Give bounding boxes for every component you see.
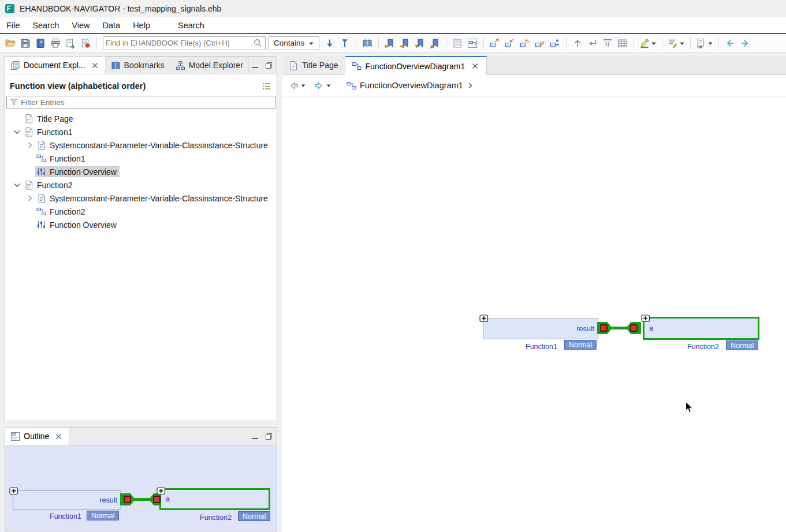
diagram-canvas[interactable]: result a Function1 Normal Function2 Norm…: [282, 96, 786, 532]
chevron-down-icon[interactable]: [651, 41, 657, 46]
chevron-expanded-icon[interactable]: [11, 180, 23, 190]
funnel-button[interactable]: [601, 36, 614, 50]
minimize-icon[interactable]: [249, 59, 260, 71]
tree-item-body[interactable]: Function2: [35, 206, 88, 217]
close-icon[interactable]: [54, 432, 64, 441]
signal-edit-button[interactable]: [533, 36, 547, 50]
tree-item-systemconstant-parameter-variable-classinstance-structure[interactable]: Systemconstant-Parameter-Variable-Classi…: [5, 138, 277, 152]
tree-item-body[interactable]: Systemconstant-Parameter-Variable-Classi…: [35, 140, 271, 151]
expand-plus-icon[interactable]: [479, 314, 489, 323]
tree-item-function2[interactable]: Function2: [5, 178, 277, 192]
port-result[interactable]: [124, 496, 131, 503]
expand-plus-icon[interactable]: [157, 487, 166, 495]
menu-search[interactable]: Search: [172, 17, 211, 33]
tree-item-body[interactable]: Systemconstant-Parameter-Variable-Classi…: [35, 193, 271, 204]
signal-user-button[interactable]: [548, 36, 562, 50]
open-folder-button[interactable]: [3, 36, 17, 50]
maximize-icon[interactable]: [263, 430, 274, 442]
tree-item-title-page[interactable]: Title Page: [5, 112, 277, 125]
function-block-function1[interactable]: result: [483, 319, 598, 339]
step-return-button[interactable]: [586, 36, 599, 50]
tree-item-function-overview[interactable]: Function Overview: [5, 165, 277, 178]
bookmark-last-button[interactable]: [413, 36, 427, 50]
list-page-button[interactable]: [450, 36, 464, 50]
tab-document-explorer[interactable]: Document Expl...: [5, 57, 106, 74]
bookmark-first-button[interactable]: [428, 36, 442, 50]
tree-item-body[interactable]: Function Overview: [35, 166, 120, 177]
close-icon[interactable]: [90, 61, 100, 70]
port-result[interactable]: [600, 324, 608, 332]
tree-item-function2[interactable]: Function2: [5, 205, 277, 218]
page-nav-button[interactable]: [695, 36, 714, 50]
port-a[interactable]: [630, 324, 638, 332]
breadcrumb-chevron-icon[interactable]: [467, 81, 474, 89]
block-title[interactable]: Function2: [687, 343, 719, 351]
chevron-down-icon[interactable]: [707, 41, 713, 46]
tree-item-body[interactable]: Function Overview: [35, 219, 120, 230]
forward-history-dropdown-icon[interactable]: [326, 83, 331, 88]
save-button[interactable]: [18, 36, 32, 50]
menu-view[interactable]: View: [65, 17, 96, 33]
signal-out-button[interactable]: [488, 36, 502, 50]
back-history-dropdown-icon[interactable]: [300, 83, 306, 88]
expand-plus-icon[interactable]: [641, 314, 650, 323]
nav-back-button[interactable]: [723, 36, 737, 50]
block-title[interactable]: Function1: [50, 512, 81, 520]
close-icon[interactable]: [470, 61, 480, 71]
data-table-button[interactable]: [616, 36, 629, 50]
menu-file[interactable]: File: [0, 17, 26, 33]
block-title[interactable]: Function1: [526, 343, 557, 351]
outline-viewport[interactable]: result a Function1 Normal Function2 Norm…: [5, 445, 277, 531]
chevron-collapsed-icon[interactable]: [24, 140, 35, 151]
framed-diagram-button[interactable]: [465, 36, 479, 50]
tree-item-function-overview[interactable]: Function Overview: [5, 218, 277, 231]
tab-model-explorer[interactable]: Model Explorer: [170, 57, 249, 74]
function-block-function2[interactable]: a: [159, 488, 270, 510]
minimize-icon[interactable]: [249, 430, 260, 442]
magnifier-icon[interactable]: [253, 38, 263, 48]
chevron-down-icon[interactable]: [679, 41, 685, 46]
chevron-expanded-icon[interactable]: [11, 127, 23, 137]
highlighter-button[interactable]: [638, 36, 658, 50]
function-block-function2[interactable]: a: [643, 317, 759, 340]
annotation-button[interactable]: [666, 36, 686, 50]
contains-dropdown[interactable]: Contains: [269, 36, 319, 50]
print-button[interactable]: [49, 36, 62, 50]
back-arrow-icon[interactable]: [288, 80, 299, 91]
bookmark-prev-button[interactable]: [398, 36, 412, 50]
maximize-icon[interactable]: [263, 59, 274, 71]
tree-item-systemconstant-parameter-variable-classinstance-structure[interactable]: Systemconstant-Parameter-Variable-Classi…: [5, 192, 277, 205]
view-menu-icon[interactable]: [260, 80, 272, 92]
arrow-down-button[interactable]: [323, 36, 337, 50]
signal-both-button[interactable]: [518, 36, 532, 50]
tree-item-body[interactable]: Function1: [23, 126, 75, 137]
menu-search[interactable]: Search: [26, 17, 65, 33]
tree-item-function1[interactable]: Function1: [5, 152, 277, 165]
forward-arrow-icon[interactable]: [313, 80, 325, 91]
report-doc-button[interactable]: [79, 36, 92, 50]
tab-function-overview-diagram1[interactable]: FunctionOverviewDiagram1: [345, 56, 487, 75]
tree-item-body[interactable]: Function1: [35, 153, 88, 164]
signal-in-button[interactable]: [503, 36, 517, 50]
function-block-function1[interactable]: result: [13, 490, 121, 510]
nav-forward-button[interactable]: [738, 36, 752, 50]
step-up-button[interactable]: [571, 36, 584, 50]
breadcrumb-item[interactable]: FunctionOverviewDiagram1: [360, 81, 463, 90]
arrow-up-button[interactable]: [338, 36, 352, 50]
tree-item-function1[interactable]: Function1: [5, 125, 277, 138]
export-doc-button[interactable]: [64, 36, 77, 50]
tab-title-page[interactable]: Title Page: [282, 56, 345, 74]
chevron-collapsed-icon[interactable]: [24, 193, 35, 204]
block-title[interactable]: Function2: [200, 514, 232, 522]
notebook-button[interactable]: [33, 36, 47, 50]
port-a[interactable]: [153, 496, 161, 503]
bookmark-next-button[interactable]: [383, 36, 397, 50]
tab-bookmarks[interactable]: Bookmarks: [106, 57, 170, 74]
menu-help[interactable]: Help: [126, 17, 157, 33]
tree-item-body[interactable]: Function2: [23, 179, 75, 190]
expand-plus-icon[interactable]: [9, 487, 18, 495]
menu-data[interactable]: Data: [96, 17, 127, 33]
open-book-button[interactable]: [360, 36, 374, 50]
tree-item-body[interactable]: Title Page: [23, 113, 76, 124]
tab-outline[interactable]: Outline: [5, 428, 69, 445]
